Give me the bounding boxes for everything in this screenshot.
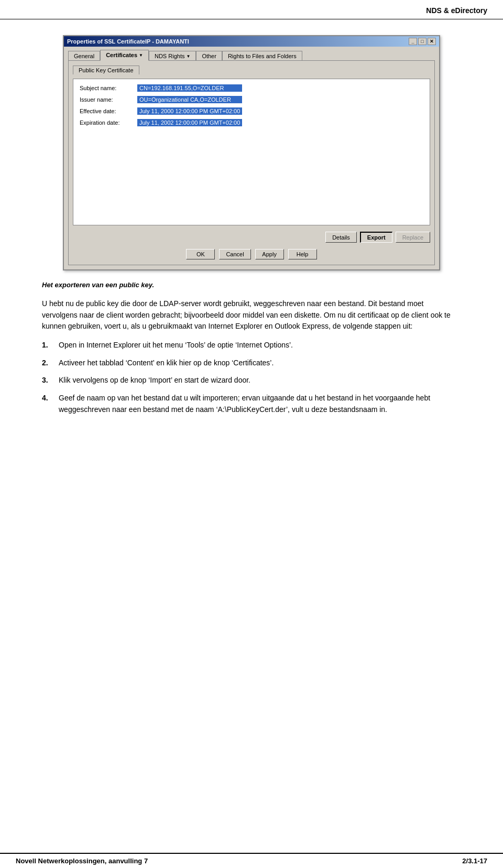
replace-button[interactable]: Replace [396,232,430,243]
step-text-1: Open in Internet Explorer uit het menu ‘… [59,340,293,351]
step-number-1: 1. [42,340,52,351]
tab-rights-files[interactable]: Rights to Files and Folders [222,51,302,61]
header-title: NDS & eDirectory [426,6,487,15]
details-button[interactable]: Details [325,232,357,243]
subject-value: CN=192.168.191.55,O=ZOLDER [137,84,242,92]
field-row-expiration: Expiration date: July 11, 2002 12:00:00 … [80,119,423,126]
dialog-caption: Het exporteren van een public key. [42,281,461,289]
tab-nds-rights[interactable]: NDS Rights ▼ [149,51,196,61]
help-button[interactable]: Help [288,249,317,259]
titlebar-buttons: _ □ ✕ [409,38,436,45]
nds-rights-dropdown-icon: ▼ [186,54,190,59]
sub-tab-row: Public Key Certificate [73,65,430,74]
body-paragraph-1: U hebt nu de public key die door de LDAP… [42,298,461,332]
apply-button[interactable]: Apply [255,249,284,259]
list-item: 3. Klik vervolgens op de knop ‘Import’ e… [42,375,461,386]
step-text-2: Activeer het tabblad ‘Content’ en klik h… [59,357,274,369]
list-item: 1. Open in Internet Explorer uit het men… [42,340,461,351]
tab-general[interactable]: General [68,51,100,61]
page-header: NDS & eDirectory [0,0,503,19]
dialog-window: Properties of SSL CertificateIP - DAMAYA… [63,35,440,270]
tab-general-label: General [74,53,94,59]
field-row-issuer: Issuer name: OU=Organizational CA,O=ZOLD… [80,96,423,103]
tab-panel: Public Key Certificate Subject name: CN=… [68,60,435,265]
export-button[interactable]: Export [360,232,392,243]
page-footer: Novell Netwerkoplossingen, aanvulling 7 … [0,853,503,868]
numbered-list: 1. Open in Internet Explorer uit het men… [42,340,461,415]
effective-value: July 11, 2000 12:00:00 PM GMT+02:00 [137,107,242,115]
tab-rights-files-label: Rights to Files and Folders [228,53,297,59]
effective-label: Effective date: [80,108,137,114]
tab-nds-rights-label: NDS Rights [155,53,184,59]
footer-left: Novell Netwerkoplossingen, aanvulling 7 [16,857,148,865]
list-item: 2. Activeer het tabblad ‘Content’ en kli… [42,357,461,369]
step-number-2: 2. [42,357,52,369]
footer-right: 2/3.1-17 [462,857,487,865]
tabs-row: General Certificates ▼ NDS Rights ▼ Othe… [68,50,435,61]
action-buttons-row: Details Export Replace [73,232,430,243]
tab-other-label: Other [202,53,216,59]
step-number-4: 4. [42,393,52,404]
sub-tab-public-key[interactable]: Public Key Certificate [73,66,139,74]
tab-other[interactable]: Other [196,51,222,61]
issuer-label: Issuer name: [80,96,137,103]
bottom-buttons-row: OK Cancel Apply Help [73,247,430,261]
step-number-3: 3. [42,375,52,386]
dialog-body: General Certificates ▼ NDS Rights ▼ Othe… [64,47,439,269]
certificates-dropdown-icon: ▼ [139,53,143,58]
tab-certificates[interactable]: Certificates ▼ [100,50,149,61]
minimize-button[interactable]: _ [409,38,417,45]
dialog-title: Properties of SSL CertificateIP - DAMAYA… [67,38,189,45]
field-row-subject: Subject name: CN=192.168.191.55,O=ZOLDER [80,84,423,92]
cancel-button[interactable]: Cancel [219,249,250,259]
tab-certificates-label: Certificates [106,52,137,58]
field-row-effective: Effective date: July 11, 2000 12:00:00 P… [80,107,423,115]
sub-tab-label: Public Key Certificate [79,67,134,73]
expiration-label: Expiration date: [80,120,137,126]
maximize-button[interactable]: □ [418,38,427,45]
ok-button[interactable]: OK [186,249,215,259]
close-button[interactable]: ✕ [428,38,436,45]
expiration-value: July 11, 2002 12:00:00 PM GMT+02:00 [137,119,242,126]
issuer-value: OU=Organizational CA,O=ZOLDER [137,96,242,103]
subject-label: Subject name: [80,85,137,91]
step-text-3: Klik vervolgens op de knop ‘Import’ en s… [59,375,250,386]
main-content: Properties of SSL CertificateIP - DAMAYA… [0,19,503,438]
dialog-titlebar: Properties of SSL CertificateIP - DAMAYA… [64,36,439,47]
cert-fields: Subject name: CN=192.168.191.55,O=ZOLDER… [73,79,430,225]
step-text-4: Geef de naam op van het bestand dat u wi… [59,393,461,415]
list-item: 4. Geef de naam op van het bestand dat u… [42,393,461,415]
